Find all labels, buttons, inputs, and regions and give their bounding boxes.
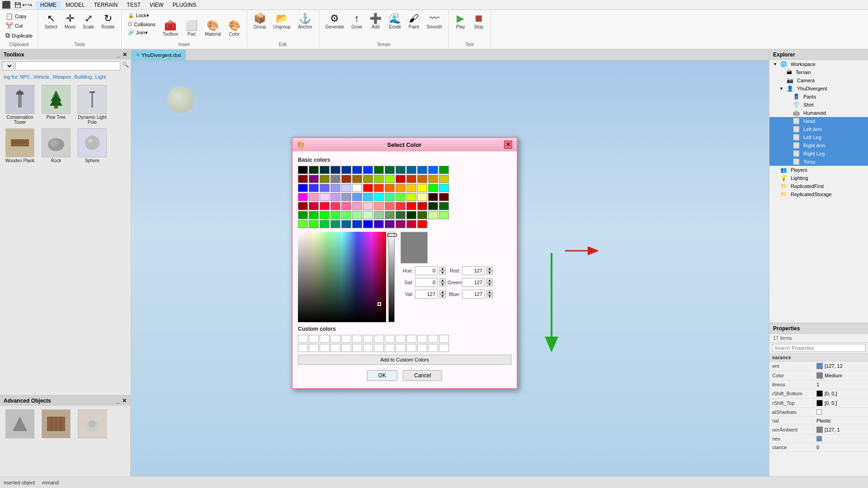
basic-color-cell[interactable] (352, 220, 362, 228)
custom-color-cell[interactable] (428, 344, 438, 352)
basic-color-cell[interactable] (374, 166, 384, 174)
custom-color-cell[interactable] (309, 335, 319, 343)
basic-color-cell[interactable] (396, 184, 406, 192)
basic-color-cell[interactable] (309, 202, 319, 210)
custom-color-cell[interactable] (374, 344, 384, 352)
basic-color-cell[interactable] (428, 175, 438, 183)
quick-redo-icon[interactable]: ↪ (28, 2, 32, 8)
hue-up[interactable]: ▲ (439, 267, 446, 271)
custom-color-cell[interactable] (417, 335, 427, 343)
add-terrain-button[interactable]: ➕ Add (367, 12, 384, 31)
basic-color-cell[interactable] (406, 202, 416, 210)
custom-color-cell[interactable] (320, 344, 330, 352)
basic-color-cell[interactable] (439, 211, 449, 219)
tree-item[interactable]: 📁ReplicatedStorage (769, 190, 868, 198)
custom-color-cell[interactable] (320, 335, 330, 343)
menu-terrain[interactable]: TERRAIN (90, 1, 123, 9)
val-up[interactable]: ▲ (439, 290, 446, 294)
basic-color-cell[interactable] (385, 220, 395, 228)
basic-color-cell[interactable] (298, 175, 308, 183)
toolbox-item-dynamic-light-pole[interactable]: Dynamic Light Pole (76, 85, 108, 125)
toolbox-minimize-icon[interactable]: _ (117, 52, 120, 58)
blue-down[interactable]: ▼ (486, 294, 493, 298)
basic-color-cell[interactable] (385, 211, 395, 219)
tree-item[interactable]: 👕Shirt (769, 101, 868, 109)
custom-color-cell[interactable] (439, 344, 449, 352)
menu-view[interactable]: VIEW (145, 1, 168, 9)
hue-down[interactable]: ▼ (439, 271, 446, 275)
basic-color-cell[interactable] (363, 166, 373, 174)
sat-down[interactable]: ▼ (439, 282, 446, 286)
property-checkbox[interactable] (816, 436, 822, 441)
basic-color-cell[interactable] (374, 184, 384, 192)
join-button[interactable]: 🔗Join▾ (125, 29, 158, 37)
basic-color-cell[interactable] (309, 220, 319, 228)
tree-item[interactable]: 🤖Humanoid (769, 109, 868, 117)
tree-item[interactable]: 💡Lighting (769, 174, 868, 182)
basic-color-cell[interactable] (374, 193, 384, 201)
basic-color-cell[interactable] (341, 166, 351, 174)
sat-up[interactable]: ▲ (439, 278, 446, 282)
blue-input[interactable] (462, 290, 485, 299)
quick-save-icon[interactable]: 💾 (14, 2, 21, 8)
menu-model[interactable]: MODEL (61, 1, 90, 9)
basic-color-cell[interactable] (330, 193, 340, 201)
basic-color-cell[interactable] (309, 211, 319, 219)
toolbox-close-icon[interactable]: ✕ (123, 52, 127, 58)
basic-color-cell[interactable] (341, 211, 351, 219)
erode-button[interactable]: 🌊 Erode (386, 12, 404, 31)
basic-color-cell[interactable] (428, 166, 438, 174)
val-input[interactable] (415, 290, 438, 299)
custom-color-cell[interactable] (363, 335, 373, 343)
basic-color-cell[interactable] (341, 220, 351, 228)
custom-color-cell[interactable] (396, 335, 406, 343)
cut-button[interactable]: ✂️ Cut (3, 21, 35, 30)
dialog-close-button[interactable]: ✕ (504, 141, 512, 149)
toolbox-item-pine-tree[interactable]: Pine Tree (40, 85, 72, 125)
custom-color-cell[interactable] (298, 335, 308, 343)
play-button[interactable]: ▶ Play (453, 12, 469, 31)
basic-color-cell[interactable] (428, 184, 438, 192)
basic-color-cell[interactable] (363, 193, 373, 201)
adv-close-icon[interactable]: ✕ (122, 398, 127, 404)
basic-color-cell[interactable] (439, 184, 449, 192)
basic-color-cell[interactable] (396, 193, 406, 201)
basic-color-cell[interactable] (396, 166, 406, 174)
basic-color-cell[interactable] (428, 202, 438, 210)
basic-color-cell[interactable] (298, 202, 308, 210)
copy-button[interactable]: 📋 Copy (3, 12, 35, 21)
basic-color-cell[interactable] (330, 175, 340, 183)
basic-color-cell[interactable] (320, 220, 330, 228)
quick-undo-icon[interactable]: ↩ (22, 2, 27, 8)
hue-input[interactable] (415, 266, 438, 275)
basic-color-cell[interactable] (374, 202, 384, 210)
basic-color-cell[interactable] (352, 184, 362, 192)
basic-color-cell[interactable] (417, 184, 427, 192)
properties-search-input[interactable] (772, 344, 866, 352)
basic-color-cell[interactable] (385, 175, 395, 183)
red-input[interactable] (462, 266, 485, 275)
material-button[interactable]: 🎨 Material (202, 19, 224, 38)
tree-item[interactable]: 👥Players (769, 166, 868, 174)
basic-color-cell[interactable] (417, 202, 427, 210)
basic-color-cell[interactable] (374, 220, 384, 228)
green-down[interactable]: ▼ (486, 282, 493, 286)
basic-color-cell[interactable] (406, 166, 416, 174)
roblox-logo[interactable]: ⬛ (2, 0, 11, 9)
basic-color-cell[interactable] (396, 175, 406, 183)
basic-color-cell[interactable] (352, 193, 362, 201)
basic-color-cell[interactable] (417, 193, 427, 201)
color-swatch[interactable] (816, 400, 823, 406)
tree-item[interactable]: 🏔Terrain (769, 68, 868, 76)
menu-plugins[interactable]: PLUGINS (168, 1, 201, 9)
basic-color-cell[interactable] (406, 184, 416, 192)
filter-weapon[interactable]: Weapon (52, 74, 71, 80)
custom-color-cell[interactable] (396, 344, 406, 352)
color-swatch[interactable] (816, 390, 823, 397)
basic-color-cell[interactable] (385, 166, 395, 174)
custom-color-cell[interactable] (417, 344, 427, 352)
filter-npc[interactable]: NPC (20, 74, 30, 80)
custom-color-cell[interactable] (363, 344, 373, 352)
tree-item[interactable]: ⬜Right Arm (769, 141, 868, 150)
property-checkbox[interactable] (816, 409, 822, 415)
